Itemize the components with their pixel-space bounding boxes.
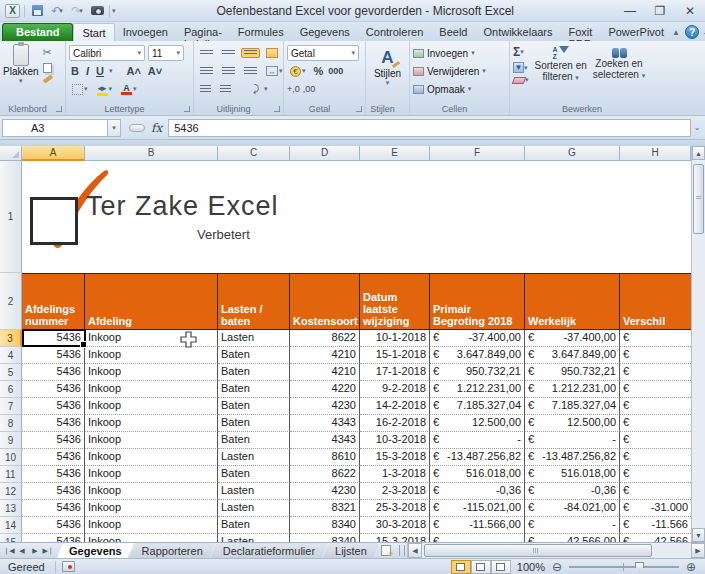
cell-primair[interactable]: €7.185.327,04 bbox=[430, 398, 525, 415]
wrap-text-button[interactable]: ⤸▾ bbox=[246, 81, 271, 97]
cell-kostensoort[interactable]: 4230 bbox=[290, 483, 360, 500]
row-header-7[interactable]: 7 bbox=[0, 398, 22, 415]
cell-lasten-baten[interactable]: Lasten bbox=[218, 330, 290, 347]
paste-button[interactable]: Plakken ▾ bbox=[3, 44, 39, 85]
cell-lasten-baten[interactable]: Baten bbox=[218, 347, 290, 364]
cell-datum[interactable]: 9-2-2018 bbox=[360, 381, 430, 398]
cell-verschil[interactable]: €-31.000 bbox=[620, 500, 691, 517]
cell-verschil[interactable]: € bbox=[620, 330, 691, 347]
cell-werkelijk[interactable]: €3.647.849,00 bbox=[525, 347, 620, 364]
cell-primair[interactable]: €-37.400,00 bbox=[430, 330, 525, 347]
sheet-tab-rapporteren[interactable]: Rapporteren bbox=[130, 543, 215, 558]
underline-button[interactable]: U bbox=[94, 65, 106, 77]
row-header-8[interactable]: 8 bbox=[0, 415, 22, 432]
cell-kostensoort[interactable]: 4210 bbox=[290, 347, 360, 364]
percent-style-button[interactable]: % bbox=[312, 65, 326, 77]
ribbon-tab-formules[interactable]: Formules bbox=[230, 23, 292, 41]
scroll-left-icon[interactable]: ◀ bbox=[408, 543, 422, 558]
cell-werkelijk[interactable]: €12.500,00 bbox=[525, 415, 620, 432]
ribbon-tab-ontwikkelaars[interactable]: Ontwikkelaars bbox=[475, 23, 560, 41]
sheet-grid[interactable]: ABCDEFGH 1 Ter Zake Excel Verbetert 2 Af… bbox=[0, 146, 691, 542]
cell-kostensoort[interactable]: 4343 bbox=[290, 432, 360, 449]
row-header-13[interactable]: 13 bbox=[0, 500, 22, 517]
insert-worksheet-button[interactable] bbox=[375, 543, 397, 558]
cell-verschil[interactable]: € bbox=[620, 466, 691, 483]
cell-afdelingsnummer[interactable]: 5436 bbox=[22, 381, 85, 398]
page-layout-view-button[interactable] bbox=[471, 560, 491, 574]
cell-afdeling[interactable]: Inkoop bbox=[85, 449, 218, 466]
cell-lasten-baten[interactable]: Lasten bbox=[218, 483, 290, 500]
cell-lasten-baten[interactable]: Baten bbox=[218, 466, 290, 483]
vertical-scroll-thumb[interactable] bbox=[693, 164, 704, 234]
cell-afdeling[interactable]: Inkoop bbox=[85, 432, 218, 449]
cell-afdelingsnummer[interactable]: 5436 bbox=[22, 534, 85, 542]
minimize-button[interactable]: — bbox=[615, 0, 645, 21]
dialog-launcher-icon[interactable] bbox=[184, 106, 190, 112]
last-sheet-icon[interactable]: ▶❘ bbox=[42, 547, 54, 555]
cell-kostensoort[interactable]: 4343 bbox=[290, 415, 360, 432]
help-icon[interactable]: ? bbox=[685, 25, 699, 39]
row-header-3[interactable]: 3 bbox=[0, 330, 22, 347]
cell-lasten-baten[interactable]: Lasten bbox=[218, 500, 290, 517]
ribbon-tab-controleren[interactable]: Controleren bbox=[358, 23, 431, 41]
ribbon-tab-powerpivot[interactable]: PowerPivot bbox=[600, 23, 672, 41]
cell-primair[interactable]: €-13.487.256,82 bbox=[430, 449, 525, 466]
row-header-9[interactable]: 9 bbox=[0, 432, 22, 449]
macro-record-icon[interactable] bbox=[62, 561, 75, 572]
decrease-font-button[interactable]: A˅ bbox=[146, 65, 164, 77]
increase-indent-button[interactable] bbox=[217, 83, 234, 96]
cell-primair[interactable]: €12.500,00 bbox=[430, 415, 525, 432]
table-header-cell[interactable]: Verschil bbox=[620, 273, 691, 330]
fill-button[interactable]: ▼▾ bbox=[513, 62, 529, 73]
decrease-decimal-button[interactable]: ,00 bbox=[303, 84, 316, 94]
cell-primair[interactable]: €516.018,00 bbox=[430, 466, 525, 483]
cell-afdelingsnummer[interactable]: 5436 bbox=[22, 517, 85, 534]
cell-verschil[interactable]: € bbox=[620, 364, 691, 381]
cell-datum[interactable]: 15-3-2018 bbox=[360, 534, 430, 542]
styles-button[interactable]: A Stijlen ▾ bbox=[369, 44, 406, 87]
next-sheet-icon[interactable]: ▶ bbox=[29, 547, 41, 555]
cell-lasten-baten[interactable]: Baten bbox=[218, 381, 290, 398]
fill-color-button[interactable]: ◂▸ ▾ bbox=[94, 81, 116, 98]
cell-afdelingsnummer[interactable]: 5436 bbox=[22, 483, 85, 500]
cell-lasten-baten[interactable]: Baten bbox=[218, 415, 290, 432]
camera-button[interactable] bbox=[89, 3, 105, 18]
comma-style-button[interactable]: 000 bbox=[328, 66, 343, 76]
cell-verschil[interactable]: € bbox=[620, 398, 691, 415]
cell-kostensoort[interactable]: 8321 bbox=[290, 500, 360, 517]
row-header-11[interactable]: 11 bbox=[0, 466, 22, 483]
cell-lasten-baten[interactable]: Baten bbox=[218, 517, 290, 534]
zoom-out-icon[interactable]: ⊖ bbox=[551, 560, 563, 574]
row-header-12[interactable]: 12 bbox=[0, 483, 22, 500]
cell-afdeling[interactable]: Inkoop bbox=[85, 483, 218, 500]
cell-afdelingsnummer[interactable]: 5436 bbox=[22, 364, 85, 381]
sheet-tab-lijsten[interactable]: Lijsten bbox=[323, 543, 379, 558]
select-all-corner[interactable] bbox=[0, 146, 22, 161]
align-bottom-button[interactable] bbox=[241, 48, 260, 58]
align-right-button[interactable] bbox=[241, 65, 260, 78]
cell-kostensoort[interactable]: 4210 bbox=[290, 364, 360, 381]
cell-kostensoort[interactable]: 8610 bbox=[290, 449, 360, 466]
table-header-cell[interactable]: Afdeling bbox=[85, 273, 218, 330]
cell-werkelijk[interactable]: €950.732,21 bbox=[525, 364, 620, 381]
column-header-F[interactable]: F bbox=[430, 146, 525, 161]
ribbon-tab-start[interactable]: Start bbox=[73, 23, 114, 41]
horizontal-scroll-track[interactable] bbox=[654, 543, 691, 558]
minimize-ribbon-icon[interactable]: ▲ bbox=[672, 28, 680, 37]
column-header-H[interactable]: H bbox=[620, 146, 691, 161]
name-box[interactable]: A3 bbox=[2, 119, 108, 137]
horizontal-scrollbar[interactable]: ◀ ▶ bbox=[407, 543, 705, 558]
sort-filter-button[interactable]: AZ Sorteren en filteren ▾ bbox=[535, 44, 587, 84]
cut-button[interactable]: ✂ bbox=[43, 46, 53, 59]
zoom-in-icon[interactable]: ⊕ bbox=[685, 560, 697, 574]
borders-button[interactable]: ▾ bbox=[69, 82, 91, 97]
cell-primair[interactable]: €3.647.849,00 bbox=[430, 347, 525, 364]
save-button[interactable] bbox=[29, 3, 45, 18]
cell-afdeling[interactable]: Inkoop bbox=[85, 415, 218, 432]
close-button[interactable]: ✕ bbox=[675, 0, 705, 21]
table-header-cell[interactable]: Datum laatste wijziging bbox=[360, 273, 430, 330]
cell-verschil[interactable]: € bbox=[620, 449, 691, 466]
merge-center-button[interactable]: ↔▾ bbox=[263, 64, 286, 78]
cell-werkelijk[interactable]: €-13.487.256,82 bbox=[525, 449, 620, 466]
row-header-5[interactable]: 5 bbox=[0, 364, 22, 381]
